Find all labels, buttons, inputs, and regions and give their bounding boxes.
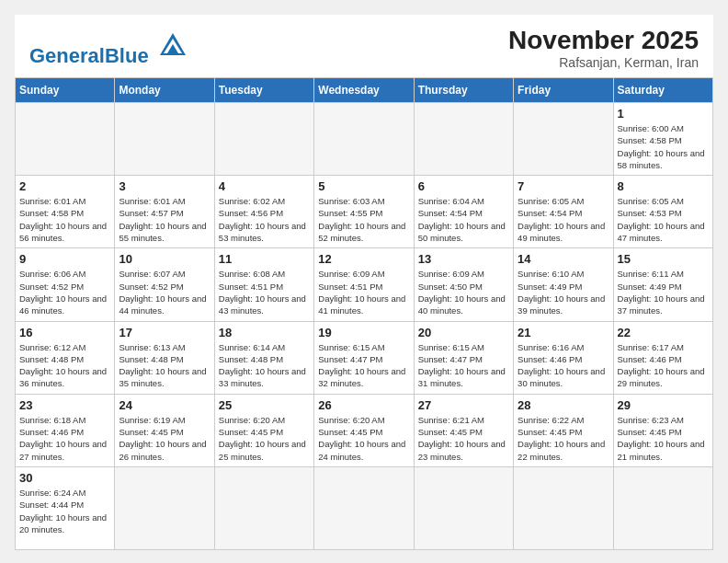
day-number: 11 [219, 252, 310, 266]
day-number: 8 [618, 179, 709, 193]
day-info: Sunrise: 6:09 AM Sunset: 4:51 PM Dayligh… [318, 268, 409, 316]
calendar-week-row: 16Sunrise: 6:12 AM Sunset: 4:48 PM Dayli… [16, 321, 713, 394]
table-row: 20Sunrise: 6:15 AM Sunset: 4:47 PM Dayli… [414, 321, 513, 394]
logo-blue: Blue [105, 44, 149, 67]
table-row: 11Sunrise: 6:08 AM Sunset: 4:51 PM Dayli… [214, 248, 313, 321]
day-number: 3 [119, 179, 210, 193]
calendar-week-row: 2Sunrise: 6:01 AM Sunset: 4:58 PM Daylig… [16, 176, 713, 248]
table-row: 29Sunrise: 6:23 AM Sunset: 4:45 PM Dayli… [613, 394, 712, 466]
month-title: November 2025 [508, 26, 699, 55]
day-info: Sunrise: 6:21 AM Sunset: 4:45 PM Dayligh… [418, 414, 509, 463]
table-row: 9Sunrise: 6:06 AM Sunset: 4:52 PM Daylig… [16, 248, 115, 321]
day-info: Sunrise: 6:05 AM Sunset: 4:53 PM Dayligh… [618, 195, 709, 244]
table-row [314, 103, 414, 176]
col-monday: Monday [115, 78, 214, 103]
day-info: Sunrise: 6:07 AM Sunset: 4:52 PM Dayligh… [119, 268, 210, 316]
day-number: 27 [418, 398, 509, 412]
calendar-week-row: 23Sunrise: 6:18 AM Sunset: 4:46 PM Dayli… [16, 394, 713, 466]
table-row: 30Sunrise: 6:24 AM Sunset: 4:44 PM Dayli… [16, 466, 115, 549]
day-number: 30 [19, 471, 110, 485]
day-number: 7 [518, 179, 609, 193]
day-number: 15 [618, 252, 709, 266]
day-info: Sunrise: 6:19 AM Sunset: 4:45 PM Dayligh… [119, 414, 210, 463]
logo-icon [156, 29, 189, 63]
day-info: Sunrise: 6:12 AM Sunset: 4:48 PM Dayligh… [19, 341, 110, 390]
col-friday: Friday [514, 78, 613, 103]
day-info: Sunrise: 6:06 AM Sunset: 4:52 PM Dayligh… [19, 268, 110, 316]
calendar-week-row: 9Sunrise: 6:06 AM Sunset: 4:52 PM Daylig… [16, 248, 713, 321]
day-number: 25 [219, 398, 310, 412]
day-info: Sunrise: 6:20 AM Sunset: 4:45 PM Dayligh… [219, 414, 310, 463]
day-info: Sunrise: 6:11 AM Sunset: 4:49 PM Dayligh… [618, 268, 709, 316]
day-number: 26 [318, 398, 409, 412]
table-row [613, 466, 712, 549]
day-info: Sunrise: 6:09 AM Sunset: 4:50 PM Dayligh… [418, 268, 509, 316]
day-info: Sunrise: 6:18 AM Sunset: 4:46 PM Dayligh… [19, 414, 110, 463]
day-number: 13 [418, 252, 509, 266]
table-row [214, 103, 313, 176]
day-info: Sunrise: 6:02 AM Sunset: 4:56 PM Dayligh… [219, 195, 310, 244]
calendar-container: GeneralBlue November 2025 Rafsanjan, Ker… [15, 15, 713, 550]
table-row: 2Sunrise: 6:01 AM Sunset: 4:58 PM Daylig… [16, 176, 115, 248]
day-number: 22 [618, 326, 709, 339]
day-info: Sunrise: 6:20 AM Sunset: 4:45 PM Dayligh… [318, 414, 409, 463]
calendar-week-row: 1Sunrise: 6:00 AM Sunset: 4:58 PM Daylig… [16, 103, 713, 176]
day-number: 9 [19, 252, 110, 266]
table-row: 7Sunrise: 6:05 AM Sunset: 4:54 PM Daylig… [514, 176, 613, 248]
table-row: 24Sunrise: 6:19 AM Sunset: 4:45 PM Dayli… [115, 394, 214, 466]
table-row: 13Sunrise: 6:09 AM Sunset: 4:50 PM Dayli… [414, 248, 513, 321]
calendar-body: 1Sunrise: 6:00 AM Sunset: 4:58 PM Daylig… [16, 103, 713, 550]
day-number: 23 [19, 398, 110, 412]
table-row: 1Sunrise: 6:00 AM Sunset: 4:58 PM Daylig… [613, 103, 712, 176]
day-number: 17 [119, 326, 210, 339]
day-info: Sunrise: 6:04 AM Sunset: 4:54 PM Dayligh… [418, 195, 509, 244]
table-row: 18Sunrise: 6:14 AM Sunset: 4:48 PM Dayli… [214, 321, 313, 394]
table-row: 21Sunrise: 6:16 AM Sunset: 4:46 PM Dayli… [514, 321, 613, 394]
day-info: Sunrise: 6:03 AM Sunset: 4:55 PM Dayligh… [318, 195, 409, 244]
col-saturday: Saturday [613, 78, 712, 103]
day-number: 20 [418, 326, 509, 339]
col-sunday: Sunday [16, 78, 115, 103]
day-number: 28 [518, 398, 609, 412]
table-row [514, 466, 613, 549]
table-row [314, 466, 414, 549]
table-row: 22Sunrise: 6:17 AM Sunset: 4:46 PM Dayli… [613, 321, 712, 394]
table-row [115, 103, 214, 176]
table-row: 23Sunrise: 6:18 AM Sunset: 4:46 PM Dayli… [16, 394, 115, 466]
table-row: 26Sunrise: 6:20 AM Sunset: 4:45 PM Dayli… [314, 394, 414, 466]
table-row: 4Sunrise: 6:02 AM Sunset: 4:56 PM Daylig… [214, 176, 313, 248]
day-number: 2 [19, 179, 110, 193]
col-thursday: Thursday [414, 78, 513, 103]
table-row: 17Sunrise: 6:13 AM Sunset: 4:48 PM Dayli… [115, 321, 214, 394]
day-number: 4 [219, 179, 310, 193]
table-row [514, 103, 613, 176]
day-number: 29 [618, 398, 709, 412]
table-row: 6Sunrise: 6:04 AM Sunset: 4:54 PM Daylig… [414, 176, 513, 248]
day-info: Sunrise: 6:16 AM Sunset: 4:46 PM Dayligh… [518, 341, 609, 390]
day-info: Sunrise: 6:05 AM Sunset: 4:54 PM Dayligh… [518, 195, 609, 244]
table-row [16, 103, 115, 176]
table-row: 27Sunrise: 6:21 AM Sunset: 4:45 PM Dayli… [414, 394, 513, 466]
table-row [414, 103, 513, 176]
day-info: Sunrise: 6:01 AM Sunset: 4:58 PM Dayligh… [19, 195, 110, 244]
table-row: 10Sunrise: 6:07 AM Sunset: 4:52 PM Dayli… [115, 248, 214, 321]
calendar-week-row: 30Sunrise: 6:24 AM Sunset: 4:44 PM Dayli… [16, 466, 713, 549]
day-number: 21 [518, 326, 609, 339]
day-info: Sunrise: 6:17 AM Sunset: 4:46 PM Dayligh… [618, 341, 709, 390]
day-number: 1 [618, 107, 709, 121]
day-number: 14 [518, 252, 609, 266]
day-info: Sunrise: 6:15 AM Sunset: 4:47 PM Dayligh… [418, 341, 509, 390]
day-info: Sunrise: 6:14 AM Sunset: 4:48 PM Dayligh… [219, 341, 310, 390]
logo-text: GeneralBlue [29, 29, 189, 66]
table-row: 14Sunrise: 6:10 AM Sunset: 4:49 PM Dayli… [514, 248, 613, 321]
day-number: 10 [119, 252, 210, 266]
title-block: November 2025 Rafsanjan, Kerman, Iran [508, 26, 699, 70]
day-info: Sunrise: 6:00 AM Sunset: 4:58 PM Dayligh… [618, 122, 709, 171]
location: Rafsanjan, Kerman, Iran [508, 55, 699, 70]
day-number: 5 [318, 179, 409, 193]
table-row [115, 466, 214, 549]
day-number: 16 [19, 326, 110, 339]
table-row [214, 466, 313, 549]
day-info: Sunrise: 6:08 AM Sunset: 4:51 PM Dayligh… [219, 268, 310, 316]
logo-general: General [29, 44, 105, 67]
